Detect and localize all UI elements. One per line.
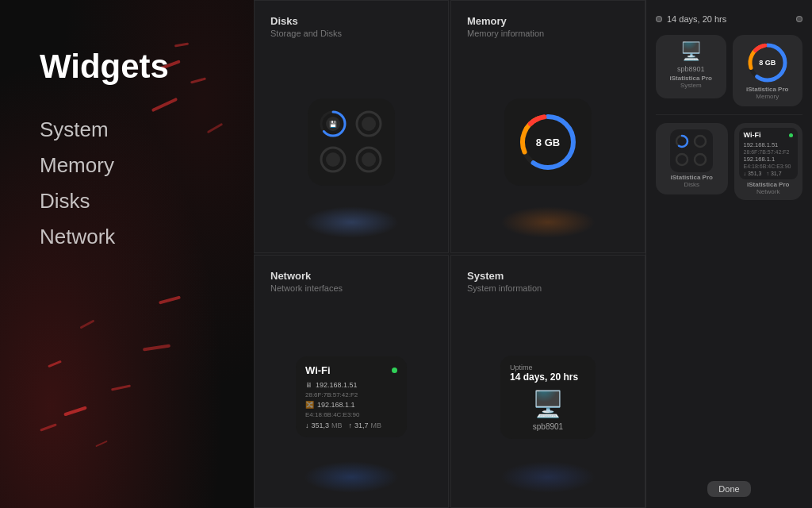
svg-point-17 (695, 154, 706, 165)
network-subtitle: Network interfaces (270, 283, 432, 293)
right-row-1: 🖥️ spb8901 iStatistica Pro System 8 GB i… (656, 35, 802, 106)
right-network-wifi: Wi-Fi (744, 131, 761, 139)
disks-title: Disks (270, 15, 432, 27)
right-network-widget: Wi-Fi 192.168.1.51 28:6F:7B:57:42:F2 192… (739, 128, 799, 179)
network-mac-row-1: 28:6F:7B:57:42:F2 (305, 391, 397, 398)
system-subtitle: System information (467, 283, 629, 293)
right-disks-card[interactable]: iStatistica Pro Disks (656, 123, 728, 194)
network-title: Network (270, 270, 432, 282)
right-uptime-bar: 14 days, 20 hrs (656, 11, 802, 27)
sidebar-item-memory[interactable]: Memory (40, 150, 214, 181)
right-uptime-label: 14 days, 20 hrs (667, 14, 726, 24)
right-disks-label: iStatistica Pro (671, 174, 713, 181)
svg-point-15 (695, 136, 706, 147)
right-network-sublabel: Network (756, 188, 779, 195)
network-mac2: E4:18:6B:4C:E3:90 (305, 411, 360, 418)
network-ip-icon: 🖥 (305, 381, 312, 389)
uptime-indicator-2 (796, 16, 802, 22)
network-mac1: 28:6F:7B:57:42:F2 (305, 391, 358, 398)
right-disk-2 (693, 134, 707, 148)
network-dl-stat: ↓ 351,3 MB (305, 421, 343, 429)
disk-circle-1: 💾 (319, 110, 347, 138)
system-uptime-value: 14 days, 20 hrs (510, 371, 578, 383)
right-memory-label: iStatistica Pro (746, 86, 788, 93)
sidebar: Widgets System Memory Disks Network (0, 0, 254, 508)
right-system-sublabel: System (680, 82, 702, 89)
sidebar-item-network[interactable]: Network (40, 221, 214, 252)
right-disk-1 (675, 134, 689, 148)
right-spacer (656, 208, 802, 470)
system-widget: Uptime 14 days, 20 hrs 🖥️ spb8901 (500, 356, 596, 439)
network-cell[interactable]: Network Network interfaces Wi-Fi 🖥 192.1… (254, 255, 449, 508)
disk-circle-3 (319, 145, 347, 174)
uptime-indicator (656, 16, 662, 22)
decorative-dash (48, 360, 62, 368)
memory-title: Memory (467, 15, 629, 27)
memory-glow (500, 206, 596, 238)
network-header: Wi-Fi (305, 364, 397, 376)
system-cell[interactable]: System System information Uptime 14 days… (450, 255, 645, 508)
disks-subtitle: Storage and Disks (270, 29, 432, 38)
decorative-dash (159, 295, 181, 304)
right-network-mac2: E4:18:6B:4C:E3:90 (744, 164, 794, 169)
right-system-card[interactable]: 🖥️ spb8901 iStatistica Pro System (656, 35, 726, 98)
memory-widget: 8 GB (504, 98, 592, 186)
sidebar-item-disks[interactable]: Disks (40, 186, 214, 217)
network-status-dot (392, 368, 397, 373)
network-ip1: 192.168.1.51 (316, 381, 358, 389)
disks-cell[interactable]: Disks Storage and Disks 💾 (254, 0, 449, 253)
memory-value: 8 GB (516, 110, 580, 174)
disk-circle-4 (354, 145, 383, 174)
decorative-dash (40, 423, 57, 431)
network-dl-value: 351,3 (312, 421, 330, 429)
right-panel: 14 days, 20 hrs 🖥️ spb8901 iStatistica P… (645, 0, 812, 508)
network-dl-arrow: ↓ (305, 421, 309, 429)
right-network-dot (789, 133, 793, 137)
right-memory-card[interactable]: 8 GB iStatistica Pro Memory (733, 35, 803, 106)
right-network-dl: ↓ 351,3 (744, 171, 762, 176)
right-disks-widget (670, 129, 713, 172)
network-ul-unit: MB (371, 421, 382, 429)
done-button[interactable]: Done (707, 481, 750, 497)
network-mac-row-2: E4:18:6B:4C:E3:90 (305, 411, 397, 418)
network-ip-row-2: 🔀 192.168.1.1 (305, 401, 397, 409)
system-glow (500, 461, 596, 493)
sidebar-nav: System Memory Disks Network (40, 114, 214, 252)
right-network-ul: ↑ 31,7 (766, 171, 781, 176)
decorative-dash (95, 441, 107, 448)
page-title: Widgets (40, 48, 214, 86)
decorative-dash (143, 344, 170, 352)
network-widget: Wi-Fi 🖥 192.168.1.51 28:6F:7B:57:42:F2 🔀… (296, 356, 407, 437)
network-ul-value: 31,7 (354, 421, 369, 429)
right-network-stats: ↓ 351,3 ↑ 31,7 (744, 171, 794, 176)
right-separator-1 (656, 114, 802, 115)
done-container: Done (656, 478, 802, 497)
svg-point-16 (676, 154, 688, 165)
memory-subtitle: Memory information (467, 29, 629, 38)
right-disks-sublabel: Disks (684, 181, 699, 188)
disks-glow (304, 206, 399, 238)
right-disk-3 (675, 152, 689, 167)
network-glow (304, 461, 399, 493)
sidebar-item-system[interactable]: System (40, 114, 214, 145)
right-network-card[interactable]: Wi-Fi 192.168.1.51 28:6F:7B:57:42:F2 192… (734, 123, 803, 200)
right-system-hostname: spb8901 (677, 65, 705, 73)
monitor-icon: 🖥️ (532, 389, 564, 419)
decorative-dash (79, 319, 94, 329)
network-dl-unit: MB (331, 421, 343, 429)
network-stats: ↓ 351,3 MB ↑ 31,7 MB (305, 421, 397, 429)
network-ip-row-1: 🖥 192.168.1.51 (305, 381, 397, 389)
disks-widget: 💾 (308, 98, 395, 186)
decorative-dash (111, 384, 131, 391)
network-wifi-label: Wi-Fi (305, 364, 331, 376)
memory-cell[interactable]: Memory Memory information 8 GB (450, 0, 645, 253)
system-uptime-label: Uptime (510, 364, 533, 371)
right-network-mac1: 28:6F:7B:57:42:F2 (744, 149, 794, 155)
right-system-label: iStatistica Pro (670, 75, 712, 82)
decorative-dash (63, 406, 87, 416)
disk-icon-4 (362, 152, 376, 167)
right-network-ip1: 192.168.1.51 (744, 141, 794, 148)
network-router-icon: 🔀 (305, 401, 314, 409)
right-memory-value: 8 GB (746, 41, 789, 84)
network-ul-stat: ↑ 31,7 MB (349, 421, 382, 429)
